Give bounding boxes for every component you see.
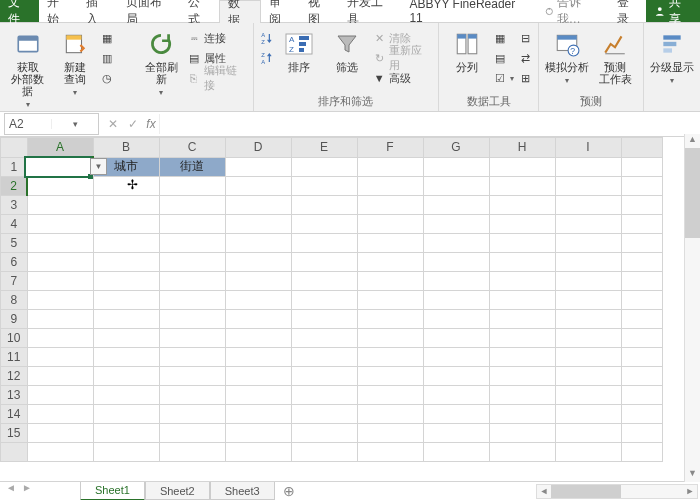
get-external-data-button[interactable]: 获取 外部数据▾	[6, 25, 49, 111]
row-header[interactable]: 13	[1, 386, 28, 405]
cell[interactable]: 街道	[159, 157, 225, 177]
scroll-right-icon[interactable]: ►	[683, 486, 697, 496]
sort-button[interactable]: AZ 排序	[278, 25, 321, 73]
login-button[interactable]: 登录	[611, 0, 646, 22]
col-header-C[interactable]: C	[159, 138, 225, 158]
tab-home[interactable]: 开始	[39, 0, 78, 22]
svg-rect-16	[299, 48, 304, 52]
advanced-filter-button[interactable]: ▼高级	[372, 69, 432, 87]
scroll-thumb[interactable]	[551, 485, 621, 498]
sheet-tab[interactable]: Sheet3	[210, 482, 275, 500]
from-table-button[interactable]: ▥	[100, 49, 135, 67]
row-header[interactable]	[1, 443, 28, 462]
tab-layout[interactable]: 页面布局	[118, 0, 180, 22]
connections-icon: ⎓	[187, 31, 201, 45]
scroll-left-icon[interactable]: ◄	[537, 486, 551, 496]
accept-formula-button[interactable]: ✓	[123, 117, 143, 131]
share-button[interactable]: 共享	[646, 0, 700, 22]
svg-rect-22	[557, 35, 577, 39]
show-queries-button[interactable]: ▦	[100, 29, 135, 47]
tab-dev[interactable]: 开发工具	[339, 0, 401, 22]
tab-review[interactable]: 审阅	[261, 0, 300, 22]
edit-links-button[interactable]: ⎘编辑链接	[187, 69, 247, 87]
sheet-nav[interactable]: ◄►	[0, 482, 38, 493]
whatif-button[interactable]: ? 模拟分析▾	[545, 25, 589, 87]
text-to-columns-button[interactable]: 分列	[445, 25, 489, 73]
row-header[interactable]: 2	[1, 177, 28, 196]
sort-asc-button[interactable]: AZ	[260, 29, 274, 47]
tab-view[interactable]: 视图	[300, 0, 339, 22]
tell-me[interactable]: 告诉我…	[536, 0, 611, 22]
outline-button[interactable]: 分级显示▾	[650, 25, 694, 87]
add-sheet-button[interactable]: ⊕	[275, 483, 303, 500]
row-header[interactable]: 6	[1, 253, 28, 272]
col-header-H[interactable]: H	[489, 138, 555, 158]
scroll-thumb[interactable]	[685, 148, 700, 238]
tab-insert[interactable]: 插入	[78, 0, 117, 22]
row-header[interactable]: 9	[1, 310, 28, 329]
spreadsheet-grid[interactable]: A B C D E F G H I 1 省份 城市 街道 2 3 4 5 6 7	[0, 137, 700, 481]
col-header-F[interactable]: F	[357, 138, 423, 158]
sheet-tab[interactable]: Sheet1	[80, 482, 145, 501]
scroll-up-icon[interactable]: ▲	[688, 134, 697, 148]
cell-dropdown-button[interactable]: ▼	[90, 158, 107, 175]
sort-desc-icon: ZA	[260, 51, 274, 65]
row-header[interactable]: 10	[1, 329, 28, 348]
formula-input[interactable]	[159, 114, 700, 134]
select-all-corner[interactable]	[1, 138, 28, 158]
recent-sources-button[interactable]: ◷	[100, 69, 135, 87]
svg-text:Z: Z	[261, 39, 265, 45]
refresh-all-button[interactable]: 全部刷新▾	[140, 25, 183, 99]
row-header[interactable]: 4	[1, 215, 28, 234]
cell-reference: A2	[5, 117, 51, 131]
remove-dup-button[interactable]: ▤	[493, 49, 514, 67]
filter-icon	[332, 29, 362, 59]
refresh-icon	[146, 29, 176, 59]
row-header[interactable]: 8	[1, 291, 28, 310]
col-header-G[interactable]: G	[423, 138, 489, 158]
data-validation-button[interactable]: ☑▾	[493, 69, 514, 87]
get-data-icon	[13, 29, 43, 59]
name-box[interactable]: A2 ▾	[4, 113, 99, 135]
row-header[interactable]: 15	[1, 424, 28, 443]
tab-data[interactable]: 数据	[219, 0, 260, 23]
tab-file[interactable]: 文件	[0, 0, 39, 22]
sort-desc-button[interactable]: ZA	[260, 49, 274, 67]
connections-button[interactable]: ⎓连接	[187, 29, 247, 47]
new-query-button[interactable]: 新建 查询▾	[53, 25, 96, 99]
row-header[interactable]: 14	[1, 405, 28, 424]
row-header[interactable]: 3	[1, 196, 28, 215]
name-box-dropdown[interactable]: ▾	[51, 119, 98, 129]
scroll-down-icon[interactable]: ▼	[688, 468, 697, 482]
filter-button[interactable]: 筛选	[325, 25, 368, 73]
col-header-D[interactable]: D	[225, 138, 291, 158]
cell[interactable]: 省份	[27, 157, 93, 177]
flash-fill-button[interactable]: ▦	[493, 29, 514, 47]
tab-abbyy[interactable]: ABBYY FineReader 11	[401, 0, 536, 22]
consolidate-button[interactable]: ⊟	[518, 29, 532, 47]
relationships-button[interactable]: ⇄	[518, 49, 532, 67]
row-header[interactable]: 5	[1, 234, 28, 253]
row-header[interactable]: 12	[1, 367, 28, 386]
row-header[interactable]: 11	[1, 348, 28, 367]
horizontal-scrollbar[interactable]: ◄ ►	[536, 484, 698, 499]
col-header-A[interactable]: A	[27, 138, 93, 158]
manage-model-button[interactable]: ⊞	[518, 69, 532, 87]
sheet-tab[interactable]: Sheet2	[145, 482, 210, 500]
vertical-scrollbar[interactable]: ▲ ▼	[684, 134, 700, 482]
group-get-transform: 获取 外部数据▾ 新建 查询▾ ▦ ▥ ◷ 全部刷新▾ ⎓连接 ▤属性	[0, 23, 254, 111]
formula-bar: A2 ▾ ✕ ✓ fx	[0, 112, 700, 137]
tab-formula[interactable]: 公式	[180, 0, 219, 22]
group-outline: 分级显示▾	[644, 23, 700, 111]
col-header-E[interactable]: E	[291, 138, 357, 158]
svg-point-2	[658, 7, 662, 11]
row-header[interactable]: 1	[1, 157, 28, 177]
columns-icon	[452, 29, 482, 59]
forecast-sheet-button[interactable]: 预测 工作表	[593, 25, 637, 85]
reapply-button[interactable]: ↻重新应用	[372, 49, 432, 67]
col-header-I[interactable]: I	[555, 138, 621, 158]
col-header-B[interactable]: B	[93, 138, 159, 158]
row-header[interactable]: 7	[1, 272, 28, 291]
fx-button[interactable]: fx	[143, 117, 159, 131]
cancel-formula-button[interactable]: ✕	[103, 117, 123, 131]
